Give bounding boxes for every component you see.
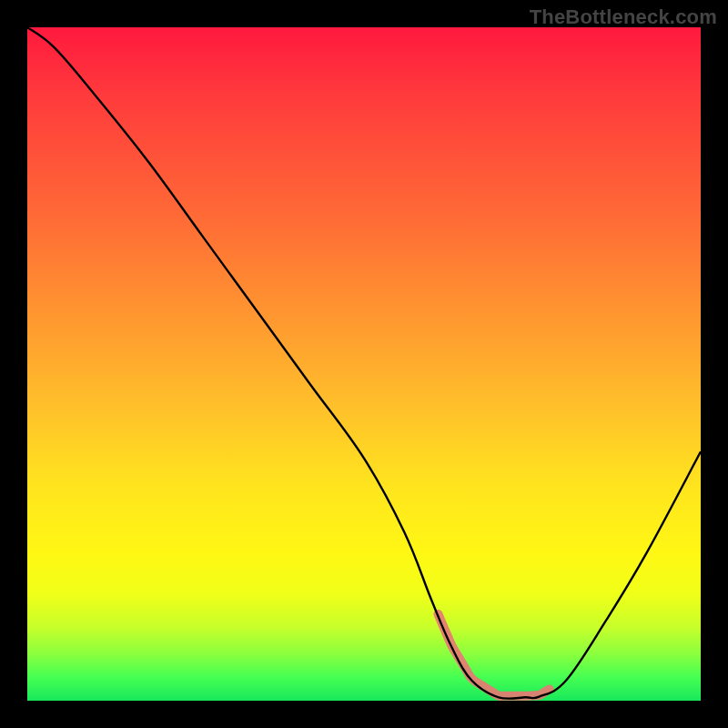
plot-area bbox=[27, 27, 701, 701]
watermark-text: TheBottleneck.com bbox=[530, 5, 717, 29]
chart-frame: TheBottleneck.com bbox=[0, 0, 728, 728]
bottleneck-curve bbox=[27, 27, 701, 701]
